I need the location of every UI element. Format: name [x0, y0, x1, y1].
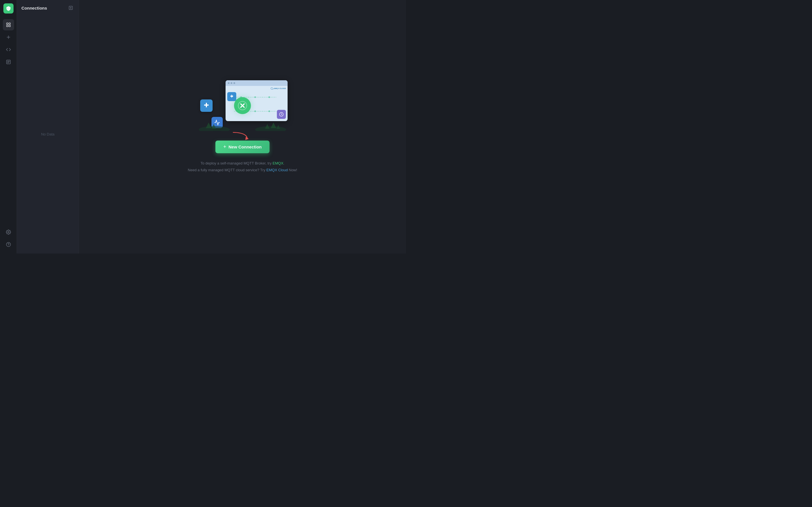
- sidebar-item-scripts[interactable]: [3, 44, 14, 55]
- arrow-to-button: [232, 131, 249, 142]
- add-connection-icon-button[interactable]: [67, 4, 74, 11]
- browser-dot-2: [231, 82, 232, 84]
- sidebar-item-help[interactable]: [3, 239, 14, 250]
- illustration-browser-window: EMQ X CLOUD: [225, 80, 288, 121]
- svg-point-30: [268, 110, 270, 112]
- illustration-container: EMQ X CLOUD: [197, 80, 288, 131]
- browser-titlebar: [225, 80, 288, 86]
- sidebar-item-add[interactable]: [3, 32, 14, 43]
- svg-rect-2: [9, 23, 10, 24]
- icon-sidebar: [0, 0, 17, 253]
- browser-dot-1: [228, 82, 230, 84]
- svg-point-24: [268, 96, 270, 98]
- sidebar-item-logs[interactable]: [3, 56, 14, 68]
- info-text: To deploy a self-managed MQTT Broker, tr…: [188, 160, 297, 173]
- plus-icon: +: [223, 144, 226, 150]
- browser-dot-3: [234, 82, 235, 84]
- svg-rect-4: [9, 25, 10, 27]
- illustration-main-logo: [234, 97, 251, 114]
- svg-point-18: [255, 126, 286, 131]
- empty-state-label: No Data: [17, 15, 79, 253]
- connections-panel: Connections No Data: [17, 0, 79, 253]
- info-line-1: To deploy a self-managed MQTT Broker, tr…: [188, 160, 297, 166]
- connections-header: Connections: [17, 0, 79, 15]
- app-logo[interactable]: [3, 3, 13, 13]
- info-line-2: Need a fully managed MQTT cloud service?…: [188, 167, 297, 173]
- illustration-icon-clock: [277, 110, 286, 119]
- emqx-cloud-label: EMQ X CLOUD: [271, 87, 286, 90]
- svg-point-23: [254, 96, 256, 98]
- svg-point-11: [8, 231, 9, 233]
- svg-rect-1: [6, 23, 8, 24]
- center-illustration: EMQ X CLOUD: [188, 80, 297, 173]
- sidebar-item-settings[interactable]: [3, 226, 14, 238]
- emqx-link[interactable]: EMQX: [273, 161, 283, 165]
- illustration-icon-cross: [200, 100, 213, 112]
- main-content: EMQ X CLOUD: [79, 0, 406, 253]
- new-connection-button[interactable]: + New Connection: [215, 140, 269, 153]
- svg-point-29: [254, 110, 256, 112]
- illustration-icon-device: [227, 92, 236, 101]
- svg-rect-3: [6, 25, 8, 27]
- sidebar-item-connections[interactable]: [3, 19, 14, 31]
- emqx-cloud-link[interactable]: EMQX Cloud: [266, 168, 288, 172]
- connections-title: Connections: [21, 6, 47, 10]
- new-connection-button-label: New Connection: [229, 145, 262, 149]
